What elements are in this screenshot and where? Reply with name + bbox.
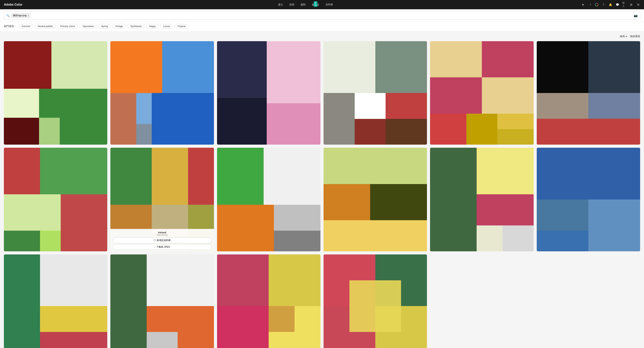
filter-label: 無篩選器 [630,34,640,38]
add-to-library-button[interactable]: ☐ 新增至資料庫 [113,238,212,243]
hot-tag-vintage[interactable]: Vintage [112,24,126,28]
palette-card-13[interactable] [4,254,107,348]
hot-search-label: 熱門搜尋： [4,24,16,28]
nav-trends[interactable]: 趨勢 [300,3,306,6]
palette-card-6[interactable] [537,41,640,144]
add-to-library-label: 新增至資料庫 [157,239,171,242]
app-logo: Adobe Color [4,3,22,6]
chat-icon[interactable]: 💬 [616,3,619,6]
toolbar: 檢視 ▾ 無篩選器 [4,34,640,38]
palette-card-2[interactable] [110,41,214,144]
notification-icon[interactable]: 🔔 [608,3,612,6]
search-icon: 🔍 [6,14,10,17]
main-nav: 建立 探索 趨勢 新增 實驗室 資料庫 [30,3,581,6]
hot-tag-synthwave[interactable]: Synthwave [127,24,144,28]
palette-card-ireland[interactable]: Ireland National flag ☐ 新增至資料庫 ↓ 下載為 JPE… [110,148,214,251]
hot-tag-neutral[interactable]: Neutral palette [35,24,56,28]
camera-icon[interactable]: 📷 [634,14,638,18]
hot-tag-primary[interactable]: Primary colors [57,24,78,28]
chevron-down-icon: ▾ [626,35,627,38]
palette-card-3[interactable] [217,41,320,144]
palette-card-10[interactable] [324,148,427,251]
login-button[interactable]: 登入 [622,3,626,6]
download-jpeg-button[interactable]: ↓ 下載為 JPEG [113,244,212,250]
app-header: Adobe Color 建立 探索 趨勢 新增 實驗室 資料庫 ★ ☽ ? 🔔 … [0,0,644,9]
palette-card-14[interactable] [110,254,214,348]
hot-tag-spring[interactable]: Spring [98,24,111,28]
hot-tags: Summer Neutral palette Primary colors Va… [19,24,188,28]
nav-lab-wrapper: 新增 實驗室 [312,3,319,6]
palette-card-1[interactable] [4,41,107,144]
view-button[interactable]: 檢視 ▾ [620,34,627,38]
download-icon: ↓ [154,246,156,248]
help-icon[interactable]: ? [602,3,605,6]
svg-point-1 [596,4,597,5]
hot-search-section: 熱門搜尋： Summer Neutral palette Primary col… [0,22,644,32]
main-content: 檢視 ▾ 無篩選器 [0,32,644,348]
nav-create[interactable]: 建立 [278,3,283,6]
search-query: 微软logo.png [13,14,26,17]
search-bar[interactable]: 🔍 微软logo.png × 📷 [4,12,640,20]
nav-library[interactable]: 資料庫 [326,3,333,6]
palette-card-5[interactable] [430,41,534,144]
view-label: 檢視 [620,34,625,38]
download-label: 下載為 JPEG [156,245,170,249]
palette-card-11[interactable] [430,148,534,251]
hot-tag-summer[interactable]: Summer [19,24,33,28]
hot-tag-vaporwave[interactable]: Vaporwave [80,24,97,28]
palette-card-7[interactable] [4,148,107,251]
apps-icon[interactable]: ⊞ [629,3,633,6]
ireland-title: Ireland [113,231,212,234]
color-wheel-icon[interactable] [595,3,598,6]
palette-card-15[interactable] [217,254,320,348]
palette-card-12[interactable] [537,148,640,251]
hot-tag-luxury[interactable]: Luxury [160,24,173,28]
hot-tag-tropical[interactable]: Tropical [174,24,188,28]
new-badge: 新增 [314,1,318,7]
search-tag: 微软logo.png × [11,13,31,18]
library-icon: ☐ [154,239,156,242]
search-section: 🔍 微软logo.png × 📷 [0,9,644,22]
ireland-subtitle: National flag [113,234,212,236]
palette-card-9[interactable] [217,148,320,251]
settings-icon[interactable]: ⚙ [636,3,640,6]
palette-card-4[interactable] [324,41,427,144]
nav-explore[interactable]: 探索 [289,3,294,6]
filter-button[interactable]: 無篩選器 [630,34,640,38]
moon-icon[interactable]: ☽ [588,3,592,6]
palette-grid: Ireland National flag ☐ 新增至資料庫 ↓ 下載為 JPE… [4,41,640,348]
header-icons: ★ ☽ ? 🔔 💬 登入 ⊞ ⚙ [581,3,640,6]
search-tag-close[interactable]: × [28,14,29,17]
star-icon[interactable]: ★ [581,3,585,6]
palette-card-16[interactable] [324,254,427,348]
hot-tag-happy[interactable]: Happy [146,24,159,28]
